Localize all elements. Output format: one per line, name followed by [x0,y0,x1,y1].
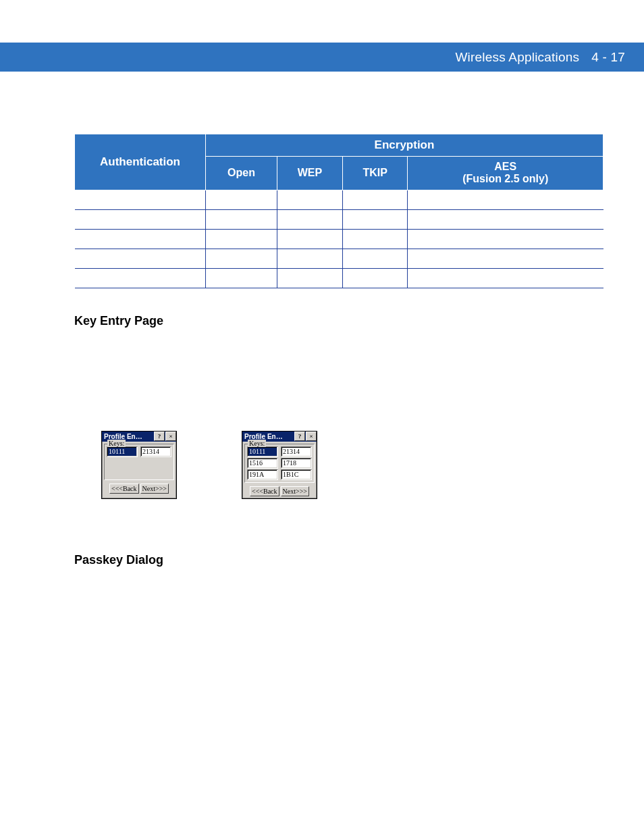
profile-entry-dialog-40bit: Profile En… ? × Keys: 10111 21314 <<<Bac… [101,431,177,499]
help-icon[interactable]: ? [294,432,305,441]
page-content: Authentication Encryption Open WEP TKIP … [74,134,603,567]
table-row [75,229,603,249]
back-button[interactable]: <<<Back [250,486,279,496]
back-button[interactable]: <<<Back [109,484,138,494]
key-row: 10111 21314 [247,446,312,457]
th-aes: AES (Fusion 2.5 only) [408,157,603,190]
encryption-table: Authentication Encryption Open WEP TKIP … [74,134,603,288]
key-field[interactable]: 10111 [247,446,278,457]
keys-group: Keys: 10111 21314 1516 1718 191A 1B1C [244,444,315,483]
dialog-screenshots: Profile En… ? × Keys: 10111 21314 <<<Bac… [101,431,603,499]
table-row [75,249,603,268]
close-icon[interactable]: × [306,432,317,441]
table-row [75,209,603,229]
key-field[interactable]: 1B1C [281,469,312,480]
keys-legend: Keys: [248,440,266,447]
key-field[interactable]: 191A [247,469,278,480]
page-header-number: 4 - 17 [591,50,625,65]
keys-group: Keys: 10111 21314 [104,444,174,480]
keys-legend: Keys: [107,440,126,447]
key-field[interactable]: 21314 [140,446,171,457]
help-icon[interactable]: ? [154,432,165,441]
encryption-table-body [75,190,603,288]
dialog-buttons: <<<Back Next>>> [242,485,317,498]
th-tkip: TKIP [342,157,408,190]
table-row [75,268,603,288]
heading-key-entry: Key Entry Page [74,314,603,328]
dialog-buttons: <<<Back Next>>> [102,482,176,496]
key-row: 10111 21314 [107,446,171,457]
key-field[interactable]: 21314 [281,446,312,457]
profile-entry-dialog-128bit: Profile En… ? × Keys: 10111 21314 1516 1… [242,431,317,499]
heading-passkey: Passkey Dialog [74,553,603,567]
th-encryption: Encryption [206,134,603,157]
th-open: Open [206,157,277,190]
close-icon[interactable]: × [165,432,176,441]
key-field[interactable]: 1516 [247,458,278,469]
th-authentication: Authentication [75,134,206,190]
table-row [75,190,603,209]
page-header-title: Wireless Applications [455,50,579,65]
key-field[interactable]: 1718 [281,458,312,469]
key-field[interactable]: 10111 [107,446,138,457]
next-button[interactable]: Next>>> [281,486,309,496]
key-row: 1516 1718 [247,458,312,469]
page-header: Wireless Applications 4 - 17 [0,43,644,72]
key-row: 191A 1B1C [247,469,312,480]
next-button[interactable]: Next>>> [140,484,169,494]
th-wep: WEP [277,157,343,190]
